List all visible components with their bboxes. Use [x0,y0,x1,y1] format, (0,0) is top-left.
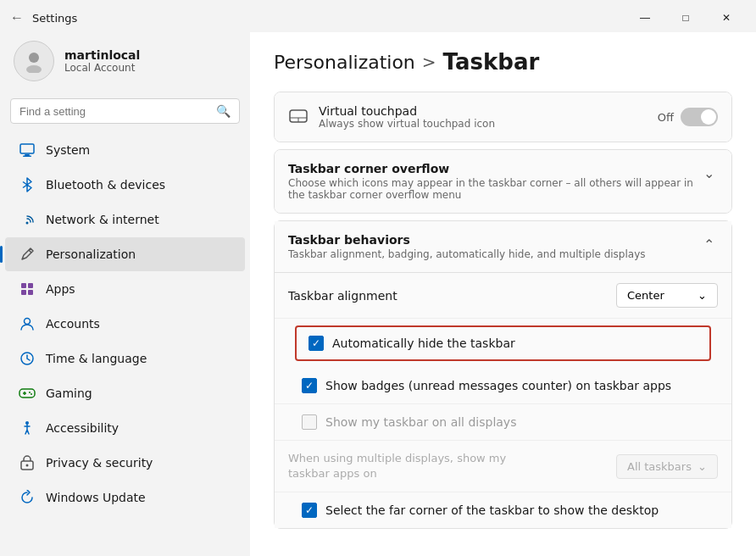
show-badges-row[interactable]: ✓ Show badges (unread messages counter) … [275,368,731,404]
taskbar-corner-overflow-subtitle: Choose which icons may appear in the tas… [288,177,700,201]
window-controls: — □ ✕ [625,5,746,31]
taskbar-corner-overflow-chevron[interactable]: ⌄ [700,162,718,185]
svg-point-18 [29,392,31,393]
title-bar: ← Settings — □ ✕ [0,0,756,32]
alignment-value: Center [627,289,664,302]
breadcrumb-current: Taskbar [443,49,540,75]
touchpad-icon [288,108,309,126]
auto-hide-row[interactable]: ✓ Automatically hide the taskbar [297,327,709,359]
far-corner-label: Select the far corner of the taskbar to … [325,503,659,517]
taskbar-behaviors-chevron[interactable]: ⌃ [700,233,718,256]
system-icon [19,142,36,158]
sidebar-item-label-accounts: Accounts [46,317,100,331]
multiple-displays-row: When using multiple displays, show my ta… [275,441,731,492]
taskbar-behaviors-text: Taskbar behaviors Taskbar alignment, bad… [288,233,646,260]
sidebar: martinlocal Local Account 🔍 System Bluet… [0,32,250,556]
svg-point-1 [26,65,42,73]
svg-rect-4 [23,156,31,158]
show-badges-checkbox[interactable]: ✓ [302,378,317,393]
alignment-label: Taskbar alignment [288,289,397,303]
sidebar-item-gaming[interactable]: Gaming [5,376,245,410]
personalization-icon [19,246,36,263]
sidebar-item-update[interactable]: Windows Update [5,481,245,514]
update-icon [19,489,36,506]
svg-point-7 [26,222,29,225]
taskbar-corner-overflow-header[interactable]: Taskbar corner overflow Choose which ico… [275,150,731,213]
svg-point-22 [26,464,29,467]
auto-hide-highlighted: ✓ Automatically hide the taskbar [295,325,711,361]
all-displays-label: Show my taskbar on all displays [325,415,516,429]
virtual-touchpad-row: Virtual touchpad Always show virtual tou… [275,92,731,142]
virtual-touchpad-left: Virtual touchpad Always show virtual tou… [288,104,495,130]
svg-rect-12 [28,290,33,295]
auto-hide-checkbox[interactable]: ✓ [309,336,324,351]
sidebar-item-network[interactable]: Network & internet [5,203,245,236]
user-info: martinlocal Local Account [64,48,140,74]
sidebar-item-accounts[interactable]: Accounts [5,307,245,341]
search-box[interactable]: 🔍 [10,98,240,124]
svg-rect-10 [28,283,33,288]
sidebar-item-apps[interactable]: Apps [5,272,245,306]
sidebar-item-personalization[interactable]: Personalization [5,237,245,271]
accessibility-icon [19,420,36,436]
sidebar-item-label-apps: Apps [46,282,75,296]
sidebar-item-label-bluetooth: Bluetooth & devices [46,178,165,192]
svg-point-0 [29,53,39,63]
title-bar-left: ← Settings [10,10,77,25]
window-title: Settings [32,12,77,25]
taskbar-corner-overflow-title: Taskbar corner overflow [288,162,700,175]
all-displays-checkbox[interactable] [302,414,317,430]
breadcrumb: Personalization > Taskbar [274,49,732,75]
auto-hide-wrapper: ✓ Automatically hide the taskbar [275,319,731,368]
time-icon [19,350,36,367]
sidebar-item-label-time: Time & language [46,352,147,365]
close-button[interactable]: ✕ [707,5,746,31]
search-input[interactable] [19,105,209,118]
taskbar-behaviors-card: Taskbar behaviors Taskbar alignment, bad… [274,220,732,529]
user-section: martinlocal Local Account [0,32,250,95]
maximize-button[interactable]: □ [666,5,705,31]
gaming-icon [19,385,36,402]
svg-point-13 [25,319,31,325]
sidebar-item-time[interactable]: Time & language [5,342,245,375]
svg-point-19 [31,393,32,395]
taskbar-behaviors-subtitle: Taskbar alignment, badging, automaticall… [288,248,646,260]
main-content: Personalization > Taskbar Virtual touchp… [250,32,756,556]
sidebar-item-label-gaming: Gaming [46,386,92,400]
bluetooth-icon [19,176,36,193]
virtual-touchpad-card: Virtual touchpad Always show virtual tou… [274,92,732,142]
alignment-dropdown[interactable]: Center ⌄ [616,283,718,308]
virtual-touchpad-text: Virtual touchpad Always show virtual tou… [319,104,495,130]
sidebar-item-bluetooth[interactable]: Bluetooth & devices [5,168,245,202]
virtual-touchpad-title: Virtual touchpad [319,104,495,118]
nav-list: System Bluetooth & devices Network & int… [0,132,250,515]
all-displays-row[interactable]: Show my taskbar on all displays [275,404,731,441]
back-button[interactable]: ← [10,10,24,25]
sidebar-item-label-network: Network & internet [46,213,159,226]
sidebar-item-privacy[interactable]: Privacy & security [5,446,245,480]
taskbar-corner-overflow-text: Taskbar corner overflow Choose which ico… [288,162,700,201]
taskbar-behaviors-header[interactable]: Taskbar behaviors Taskbar alignment, bad… [275,221,731,273]
search-icon: 🔍 [216,104,231,118]
svg-rect-11 [21,290,26,295]
network-icon [19,211,36,228]
sidebar-item-system[interactable]: System [5,133,245,167]
multiple-displays-value: All taskbars [627,460,692,473]
multiple-displays-label: When using multiple displays, show my ta… [288,451,525,481]
user-type: Local Account [64,62,140,74]
sidebar-item-accessibility[interactable]: Accessibility [5,411,245,445]
toggle-thumb [701,109,716,125]
minimize-button[interactable]: — [625,5,664,31]
svg-rect-2 [20,144,34,153]
svg-line-8 [29,250,31,253]
auto-hide-label: Automatically hide the taskbar [332,336,515,350]
virtual-touchpad-toggle[interactable]: Off [658,108,718,126]
multiple-displays-dropdown[interactable]: All taskbars ⌄ [616,454,718,479]
far-corner-checkbox[interactable]: ✓ [302,503,317,518]
accounts-icon [19,315,36,332]
checkmark-icon: ✓ [312,337,320,349]
toggle-track[interactable] [681,108,718,126]
sidebar-item-label-personalization: Personalization [46,247,136,261]
svg-rect-15 [19,389,35,398]
far-corner-row[interactable]: ✓ Select the far corner of the taskbar t… [275,492,731,528]
